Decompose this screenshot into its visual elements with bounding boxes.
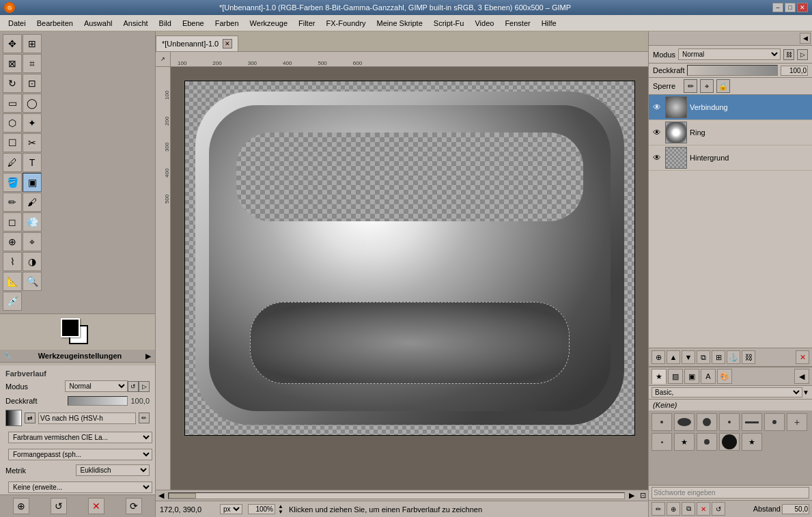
brush-dot-3[interactable] (764, 413, 785, 431)
tool-path[interactable]: 🖊 (3, 153, 22, 172)
brush-dot-sm[interactable] (719, 413, 740, 431)
deckkraft-slider[interactable] (68, 396, 128, 406)
layer-merge-btn[interactable]: ⊞ (712, 350, 725, 364)
tool-move[interactable]: ✥ (3, 34, 22, 53)
brushes-search-input[interactable] (652, 487, 809, 499)
maximize-button[interactable]: □ (785, 3, 796, 12)
layer-eye-hintergrund[interactable]: 👁 (652, 152, 662, 163)
brush-star[interactable]: ★ (674, 433, 695, 451)
tool-eraser[interactable]: ◻ (3, 212, 22, 232)
menu-scriptfu[interactable]: Script-Fu (428, 18, 470, 29)
menu-bearbeiten[interactable]: Bearbeiten (31, 18, 79, 29)
modus-expand-btn[interactable]: ▷ (139, 381, 150, 392)
brush-dot-2[interactable] (697, 413, 717, 431)
canvas-tab-active[interactable]: *[Unbenannt]-1.0 ✕ (156, 36, 238, 51)
tool-rotate[interactable]: ↻ (3, 74, 22, 93)
layer-item-verbindung[interactable]: 👁 Verbindung (649, 95, 812, 120)
menu-fenster[interactable]: Fenster (499, 18, 535, 29)
tool-rect-select[interactable]: ▭ (3, 94, 22, 113)
brushes-add-btn[interactable]: ⊕ (667, 502, 680, 516)
status-unit-select[interactable]: px (220, 504, 242, 514)
gradient-reverse-btn[interactable]: ⇄ (25, 413, 36, 423)
zoom-input[interactable] (248, 504, 275, 514)
scroll-thumb-h[interactable] (169, 493, 196, 499)
menu-hilfe[interactable]: Hilfe (536, 18, 562, 29)
foreground-color[interactable] (61, 318, 80, 337)
tool-zoom[interactable]: 🔍 (23, 272, 42, 291)
layer-anchor-btn[interactable]: ⚓ (727, 350, 740, 364)
layer-chain-btn[interactable]: ⛓ (742, 350, 755, 364)
menu-bild[interactable]: Bild (154, 18, 177, 29)
undo-btn[interactable]: ↺ (51, 498, 67, 514)
brushes-expand-icon[interactable]: ▼ (802, 389, 809, 396)
tool-color-picker[interactable]: 💉 (3, 292, 22, 311)
canvas-scroll-area[interactable]: ↗ 100 200 300 400 500 600 100 200 300 (156, 52, 648, 490)
menu-datei[interactable]: Datei (3, 18, 31, 29)
brushes-refresh-btn[interactable]: ↺ (712, 502, 725, 516)
tool-options-expand[interactable]: ▶ (145, 352, 151, 360)
delete-btn[interactable]: ✕ (88, 498, 104, 514)
layer-raise-btn[interactable]: ▲ (667, 350, 680, 364)
tool-gradient[interactable]: ▣ (23, 173, 42, 192)
tool-dodge-burn[interactable]: ◑ (23, 252, 42, 271)
metrik-select[interactable]: Euklidisch (76, 464, 150, 476)
tool-clone[interactable]: ⊕ (3, 232, 22, 251)
layer-eye-ring[interactable]: 👁 (652, 127, 662, 138)
layer-add-btn[interactable]: ⊕ (652, 350, 665, 364)
lock-position-btn[interactable]: 🔒 (716, 79, 730, 93)
opacity-input[interactable]: 100,0 (781, 66, 808, 76)
menu-meineskripte[interactable]: Meine Skripte (372, 18, 428, 29)
scroll-track-h[interactable] (168, 492, 625, 499)
brushes-tab-font[interactable]: A (701, 369, 716, 384)
tool-airbrush[interactable]: 💨 (23, 212, 42, 232)
brushes-duplicate-btn[interactable]: ⧉ (682, 502, 695, 516)
right-expand-btn[interactable]: ◀ (800, 33, 811, 44)
brush-dot-5[interactable] (697, 433, 717, 451)
mode-expand-btn[interactable]: ▷ (797, 49, 808, 60)
tool-text[interactable]: T (23, 153, 42, 172)
brushes-delete-red-btn[interactable]: ✕ (697, 502, 710, 516)
gradient-swatch[interactable] (5, 410, 22, 426)
layer-eye-verbindung[interactable]: 👁 (652, 102, 662, 113)
brush-circle-lg[interactable] (719, 433, 740, 451)
tool-free-select[interactable]: ⬡ (3, 113, 22, 132)
minimize-button[interactable]: – (772, 3, 783, 12)
zoom-down-arrow[interactable]: ▼ (278, 509, 283, 515)
layer-delete-btn[interactable]: ✕ (796, 350, 809, 364)
brushes-tab-gradient[interactable]: ▣ (684, 369, 699, 384)
lock-alpha-btn[interactable]: ⌖ (700, 79, 714, 93)
tool-paintbrush[interactable]: 🖌 (23, 193, 42, 212)
brushes-tab-pattern[interactable]: ▨ (668, 369, 683, 384)
menu-filter[interactable]: Filter (293, 18, 320, 29)
modus-select[interactable]: Normal (65, 380, 128, 392)
brush-star-lg[interactable]: ★ (742, 433, 762, 451)
tool-perspective[interactable]: ⊡ (23, 74, 42, 93)
lock-pixels-btn[interactable]: ✏ (684, 79, 697, 93)
mode-select[interactable]: Normal (678, 48, 781, 60)
new-btn[interactable]: ⊕ (13, 498, 29, 514)
wiederholung-select[interactable]: Keine (erweite... (8, 481, 152, 493)
menu-auswahl[interactable]: Auswahl (79, 18, 118, 29)
mode-chain-btn[interactable]: ⛓ (783, 49, 794, 60)
tool-bucket[interactable]: 🪣 (3, 173, 22, 192)
brushes-edit-btn[interactable]: ✏ (652, 502, 665, 516)
tool-smudge[interactable]: ⌇ (3, 252, 22, 271)
farbraum-select[interactable]: Farbraum vermischen CIE La... (8, 432, 152, 443)
tool-measure[interactable]: 📐 (3, 272, 22, 291)
brushes-expand-btn[interactable]: ◀ (794, 369, 809, 384)
brush-plus[interactable]: + (787, 413, 807, 431)
form-select[interactable]: Formangepasst (sph... (8, 449, 152, 460)
tool-crop[interactable]: ⌗ (23, 54, 42, 73)
gradient-edit-btn[interactable]: ✏ (139, 413, 150, 423)
menu-fxfoundry[interactable]: FX-Foundry (320, 18, 371, 29)
tool-select-by-color[interactable]: ☐ (3, 133, 22, 152)
gimp-canvas[interactable] (184, 81, 635, 436)
tool-pencil[interactable]: ✏ (3, 193, 22, 212)
tool-align[interactable]: ⊞ (23, 34, 42, 53)
brushes-category-select[interactable]: Basic, (652, 387, 802, 397)
layer-duplicate-btn[interactable]: ⧉ (697, 350, 710, 364)
opacity-slider[interactable] (687, 65, 778, 76)
menu-ansicht[interactable]: Ansicht (117, 18, 153, 29)
tool-fuzzy-select[interactable]: ✦ (23, 113, 42, 132)
scroll-left-btn[interactable]: ◀ (156, 490, 167, 501)
